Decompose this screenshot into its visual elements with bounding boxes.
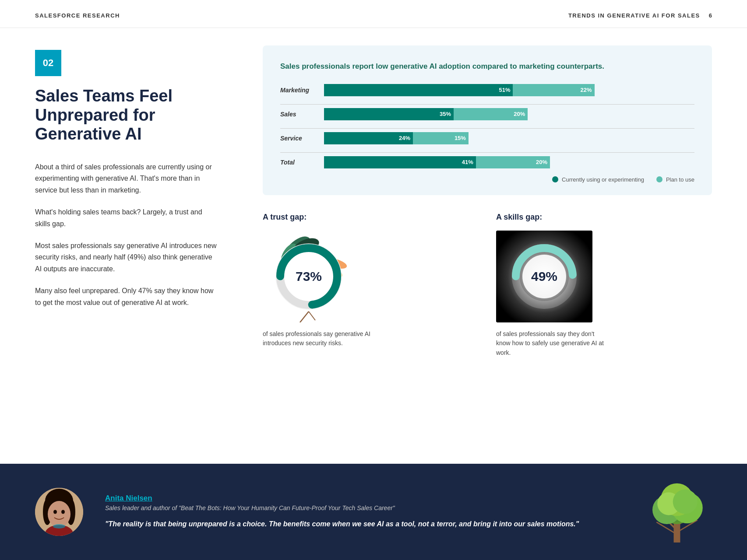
trust-donut-wrapper: 73% — [263, 231, 355, 322]
bar-dark-sales: 35% — [324, 108, 454, 120]
quote-text: "The reality is that being unprepared is… — [105, 518, 620, 530]
body-paragraph-4: Many also feel unprepared. Only 47% say … — [35, 285, 219, 308]
quote-bar: Anita Nielsen Sales leader and author of… — [0, 464, 747, 560]
header: SALESFORCE RESEARCH TRENDS IN GENERATIVE… — [0, 0, 747, 28]
bar-dark-marketing: 51% — [324, 84, 513, 96]
trust-gap-desc: of sales professionals say generative AI… — [263, 329, 377, 348]
bar-row-marketing: Marketing 51% 22% — [280, 84, 694, 96]
quote-content: Anita Nielsen Sales leader and author of… — [105, 494, 620, 530]
divider-1 — [280, 104, 694, 105]
bar-pct-light-total: 20% — [536, 159, 547, 165]
skills-visual-wrapper: 49% — [496, 231, 592, 322]
right-column: Sales professionals report low generativ… — [245, 28, 712, 464]
body-paragraph-3: Most sales professionals say generative … — [35, 240, 219, 275]
body-paragraph-2: What's holding sales teams back? Largely… — [35, 206, 219, 230]
divider-3 — [280, 152, 694, 153]
legend-dark-label: Currently using or experimenting — [562, 176, 644, 183]
section-title: Sales Teams Feel Unprepared for Generati… — [35, 87, 219, 144]
bar-dark-service: 24% — [324, 132, 413, 144]
quote-avatar — [35, 488, 83, 536]
bar-pct-dark-sales: 35% — [440, 111, 451, 117]
bar-pct-light-service: 15% — [455, 135, 466, 141]
bar-dark-total: 41% — [324, 156, 476, 168]
svg-point-19 — [53, 510, 57, 514]
header-report-title: TRENDS IN GENERATIVE AI FOR SALES — [568, 12, 700, 19]
section-badge: 02 — [35, 50, 61, 76]
legend-light: Plan to use — [656, 176, 694, 183]
bar-light-service: 15% — [413, 132, 469, 144]
legend-dark: Currently using or experimenting — [552, 176, 644, 183]
bar-pct-light-marketing: 22% — [581, 87, 592, 93]
main-content: 02 Sales Teams Feel Unprepared for Gener… — [0, 28, 747, 464]
bar-container-total: 41% 20% — [324, 156, 694, 168]
legend-light-label: Plan to use — [666, 176, 694, 183]
bar-label-service: Service — [280, 135, 324, 142]
trust-percentage: 73% — [296, 269, 322, 284]
page-number: 6 — [709, 12, 712, 19]
avatar-svg — [35, 488, 83, 536]
bar-container-sales: 35% 20% — [324, 108, 694, 120]
bar-pct-dark-service: 24% — [399, 135, 410, 141]
svg-point-18 — [48, 501, 70, 527]
chart-title: Sales professionals report low generativ… — [280, 61, 694, 72]
bar-pct-dark-marketing: 51% — [499, 87, 510, 93]
body-paragraph-1: About a third of sales professionals are… — [35, 161, 219, 196]
quote-role: Sales leader and author of "Beat The Bot… — [105, 504, 620, 511]
header-brand: SALESFORCE RESEARCH — [35, 12, 120, 19]
svg-point-33 — [673, 490, 698, 514]
bar-container-service: 24% 15% — [324, 132, 694, 144]
legend-dot-dark — [552, 176, 558, 182]
bar-pct-dark-total: 41% — [462, 159, 473, 165]
left-column: 02 Sales Teams Feel Unprepared for Gener… — [35, 28, 245, 464]
decorative-tree-svg — [642, 481, 712, 542]
bar-label-total: Total — [280, 159, 324, 166]
bar-row-total: Total 41% 20% — [280, 156, 694, 168]
skills-gap-title: A skills gap: — [496, 213, 712, 222]
bar-container-marketing: 51% 22% — [324, 84, 694, 96]
chart-card: Sales professionals report low generativ… — [263, 46, 712, 195]
svg-point-20 — [61, 510, 65, 514]
bar-row-service: Service 24% 15% — [280, 132, 694, 144]
bar-light-total: 20% — [476, 156, 550, 168]
skills-percentage: 49% — [531, 269, 557, 284]
bar-label-marketing: Marketing — [280, 87, 324, 94]
bar-pct-light-sales: 20% — [514, 111, 525, 117]
skills-gap-desc: of sales professionals say they don't kn… — [496, 329, 610, 358]
svg-point-22 — [53, 524, 65, 528]
quote-name: Anita Nielsen — [105, 494, 620, 503]
divider-2 — [280, 128, 694, 129]
bar-light-sales: 20% — [454, 108, 528, 120]
bar-row-sales: Sales 35% 20% — [280, 108, 694, 120]
skills-gap-section: A skills gap: 49% — [496, 213, 712, 358]
chart-legend: Currently using or experimenting Plan to… — [280, 176, 694, 183]
bar-label-sales: Sales — [280, 111, 324, 118]
legend-dot-light — [656, 176, 662, 182]
bottom-charts: A trust gap: — [263, 213, 712, 358]
trust-gap-section: A trust gap: — [263, 213, 479, 358]
page: SALESFORCE RESEARCH TRENDS IN GENERATIVE… — [0, 0, 747, 560]
bar-light-marketing: 22% — [513, 84, 594, 96]
trust-gap-title: A trust gap: — [263, 213, 479, 222]
